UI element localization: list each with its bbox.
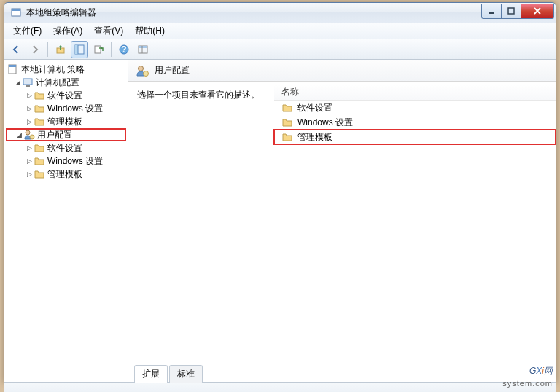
tree-computer-config[interactable]: ◢ 计算机配置 (6, 76, 126, 89)
tree-label: 本地计算机 策略 (21, 63, 85, 76)
svg-rect-7 (75, 45, 78, 54)
tree-uc-templates[interactable]: ▷ 管理模板 (6, 168, 126, 181)
tree-label: 计算机配置 (36, 77, 79, 89)
svg-rect-3 (489, 12, 494, 14)
menu-action[interactable]: 操作(A) (47, 23, 88, 39)
tab-extended[interactable]: 扩展 (134, 365, 168, 383)
tree-label: 软件设置 (47, 142, 82, 154)
list-item-software[interactable]: 软件设置 (274, 101, 556, 115)
expand-icon[interactable]: ▷ (25, 144, 34, 152)
folder-icon (34, 90, 45, 101)
window-title: 本地组策略编辑器 (26, 7, 481, 19)
folder-icon (281, 102, 293, 114)
toolbar-separator (111, 42, 112, 57)
description-prompt: 选择一个项目来查看它的描述。 (137, 89, 265, 101)
column-header-name[interactable]: 名称 (274, 85, 556, 101)
svg-point-21 (139, 66, 144, 71)
close-button[interactable] (521, 4, 554, 19)
tree-label: Windows 设置 (47, 103, 103, 115)
folder-icon (34, 155, 45, 167)
item-label: 管理模板 (298, 131, 332, 144)
collapse-icon[interactable]: ◢ (15, 130, 23, 139)
tree-uc-software[interactable]: ▷ 软件设置 (6, 141, 126, 154)
folder-icon (34, 116, 45, 128)
tree-user-config[interactable]: ◢ 用户配置 (6, 128, 126, 141)
watermark: GXi网 system.com (502, 356, 553, 388)
menu-view[interactable]: 查看(V) (88, 23, 129, 39)
collapse-icon[interactable]: ◢ (13, 78, 22, 87)
item-label: 软件设置 (298, 102, 332, 114)
detail-pane: 用户配置 选择一个项目来查看它的描述。 名称 软件设置 Wind (128, 60, 556, 382)
detail-tabs: 扩展 标准 (128, 364, 556, 382)
menu-help[interactable]: 帮助(H) (129, 23, 171, 39)
brand-suffix: 网 (544, 366, 553, 376)
help-button[interactable]: ? (115, 41, 133, 58)
policy-icon (7, 63, 19, 75)
svg-rect-16 (9, 65, 16, 67)
svg-rect-13 (139, 46, 147, 48)
tree-label: Windows 设置 (47, 155, 103, 168)
item-label: Windows 设置 (298, 117, 353, 129)
menubar: 文件(F) 操作(A) 查看(V) 帮助(H) (4, 23, 556, 39)
titlebar[interactable]: 本地组策略编辑器 (4, 3, 556, 23)
toolbar: ? (4, 39, 556, 60)
svg-rect-1 (12, 9, 20, 11)
menu-file[interactable]: 文件(F) (7, 23, 47, 39)
maximize-button[interactable] (501, 4, 521, 19)
folder-icon (34, 168, 45, 180)
minimize-button[interactable] (481, 4, 502, 19)
item-list-panel: 名称 软件设置 Windows 设置 管理模板 (274, 82, 556, 364)
tree-label: 管理模板 (47, 116, 82, 128)
forward-button[interactable] (26, 41, 44, 58)
computer-icon (22, 77, 34, 88)
detail-header: 用户配置 (128, 60, 556, 82)
expand-icon[interactable]: ▷ (25, 91, 34, 100)
svg-text:?: ? (121, 44, 126, 55)
filter-button[interactable] (134, 41, 152, 58)
user-icon (23, 129, 35, 141)
tab-standard[interactable]: 标准 (169, 365, 203, 383)
statusbar (4, 382, 556, 392)
list-item-windows[interactable]: Windows 设置 (274, 115, 556, 130)
back-button[interactable] (7, 41, 25, 58)
tree-cc-windows[interactable]: ▷ Windows 设置 (6, 102, 126, 115)
tree-label: 软件设置 (47, 90, 82, 102)
export-button[interactable] (90, 41, 107, 58)
svg-rect-17 (23, 79, 32, 85)
svg-rect-18 (26, 85, 30, 87)
svg-point-19 (26, 130, 30, 135)
tree-label: 用户配置 (37, 129, 72, 141)
expand-icon[interactable]: ▷ (25, 117, 34, 126)
tree-uc-windows[interactable]: ▷ Windows 设置 (6, 154, 126, 168)
detail-title: 用户配置 (155, 64, 190, 77)
brand-url: system.com (502, 379, 553, 388)
folder-icon (281, 117, 293, 128)
user-icon (136, 64, 149, 77)
properties-button[interactable] (71, 41, 88, 58)
app-icon (10, 7, 22, 19)
tree-label: 管理模板 (47, 168, 82, 181)
detail-body: 选择一个项目来查看它的描述。 名称 软件设置 Windows 设置 (128, 82, 556, 364)
up-button[interactable] (52, 41, 69, 58)
svg-rect-9 (95, 46, 101, 53)
folder-icon (34, 142, 45, 154)
column-label: 名称 (281, 86, 299, 98)
expand-icon[interactable]: ▷ (25, 104, 34, 113)
svg-rect-4 (508, 8, 514, 14)
svg-point-22 (144, 71, 149, 76)
toolbar-separator (47, 42, 48, 57)
tree-pane[interactable]: 本地计算机 策略 ◢ 计算机配置 ▷ 软件设置 ▷ Windows 设置 ▷ 管… (4, 60, 128, 382)
description-panel: 选择一个项目来查看它的描述。 (128, 82, 274, 364)
main-window: 本地组策略编辑器 文件(F) 操作(A) 查看(V) 帮助(H) ? 本地计算机… (4, 2, 556, 383)
tree-root[interactable]: 本地计算机 策略 (6, 63, 126, 76)
svg-point-20 (30, 135, 34, 139)
brand-g: G (529, 366, 536, 376)
svg-rect-2 (13, 17, 19, 17)
expand-icon[interactable]: ▷ (25, 157, 34, 165)
list-item-templates[interactable]: 管理模板 (274, 130, 556, 144)
folder-icon (34, 103, 45, 114)
tree-cc-software[interactable]: ▷ 软件设置 (6, 89, 126, 102)
content-area: 本地计算机 策略 ◢ 计算机配置 ▷ 软件设置 ▷ Windows 设置 ▷ 管… (4, 60, 556, 382)
tree-cc-templates[interactable]: ▷ 管理模板 (6, 115, 126, 128)
expand-icon[interactable]: ▷ (25, 170, 34, 179)
